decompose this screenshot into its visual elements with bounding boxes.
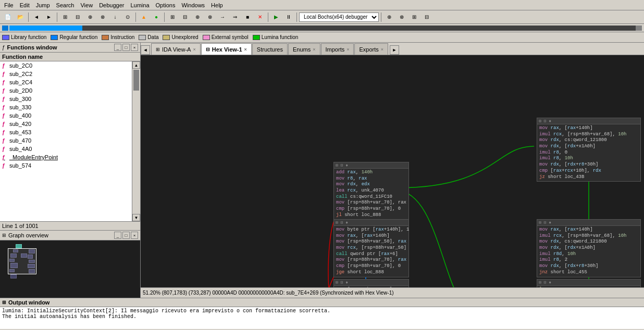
tab-imports-close[interactable]: × xyxy=(346,47,349,52)
code-block-5[interactable]: ⊞ ⊟ ♦ mov rax, [rax+140h] imul rcx, [rsp… xyxy=(537,118,641,182)
menu-bar: File Edit Jump Search View Debugger Lumi… xyxy=(0,0,644,10)
open-btn[interactable]: 📂 xyxy=(15,12,26,22)
graph-canvas[interactable] xyxy=(0,240,140,298)
tab-ida-close[interactable]: × xyxy=(193,47,195,52)
btn21[interactable]: ⊟ xyxy=(421,12,432,22)
tab-structures[interactable]: Structures xyxy=(252,43,288,55)
legend-external: External symbol xyxy=(203,34,249,40)
btn8[interactable]: ⊙ xyxy=(122,12,133,22)
menu-lumina[interactable]: Lumina xyxy=(127,1,152,9)
func-item[interactable]: ƒsub_2C2 xyxy=(0,70,132,78)
btn7[interactable]: ↓ xyxy=(109,12,121,22)
menu-edit[interactable]: Edit xyxy=(17,1,33,9)
func-item[interactable]: ƒsub_453 xyxy=(0,128,132,136)
graph-maximize-btn[interactable]: □ xyxy=(122,232,130,239)
stop-btn[interactable]: ✕ xyxy=(254,12,266,22)
code-line: jge short loc_888 xyxy=(336,270,406,276)
tab-hex-view[interactable]: ⊟ Hex View-1 × xyxy=(201,43,252,55)
tab-nav-right[interactable]: ► xyxy=(390,45,399,55)
menu-windows[interactable]: Windows xyxy=(178,1,208,9)
code-block-6[interactable]: ⊞ ⊟ ♦ mov rax, [rax+140h] imul rcx, [rsp… xyxy=(537,219,641,277)
btn16[interactable]: ⇒ xyxy=(229,12,241,22)
btn5[interactable]: ⊕ xyxy=(84,12,96,22)
menu-jump[interactable]: Jump xyxy=(33,1,53,9)
tab-strip: ◄ ⊞ IDA View-A × ⊟ Hex View-1 × Structur… xyxy=(141,43,644,55)
func-item[interactable]: ƒsub_420 xyxy=(0,120,132,128)
legend-regular-label: Regular function xyxy=(59,34,97,40)
panel-close-btn[interactable]: × xyxy=(131,44,138,51)
btn3[interactable]: ⊞ xyxy=(59,12,71,22)
panel-maximize-btn[interactable]: □ xyxy=(122,44,130,51)
func-item[interactable]: ƒsub_400 xyxy=(0,111,132,120)
tab-ida-label: IDA View-A xyxy=(162,46,191,53)
func-item[interactable]: ƒsub_4A0 xyxy=(0,145,132,153)
func-item[interactable]: ƒsub_574 xyxy=(0,161,132,170)
panel-minimize-btn[interactable]: _ xyxy=(114,44,121,51)
debugger-select[interactable]: Local Bochs(x64) debugger xyxy=(299,12,379,22)
ida-content[interactable]: ⊞ ⊟ ♦ add rax, 140h mov r8, rax mov rdx,… xyxy=(141,55,644,287)
btn9[interactable]: ▲ xyxy=(138,12,150,22)
menu-options[interactable]: Options xyxy=(153,1,179,9)
graph-close-btn[interactable]: × xyxy=(131,232,138,239)
code-line: cmp [rsp+88h+var_50], 0 xyxy=(336,287,406,287)
func-item[interactable]: ƒsub_2C4 xyxy=(0,78,132,86)
func-name: sub_2C0 xyxy=(9,62,32,69)
btn19[interactable]: ⊗ xyxy=(396,12,407,22)
btn14[interactable]: ⊗ xyxy=(204,12,216,22)
func-scroll-up-btn[interactable]: ▲ xyxy=(132,61,140,69)
btn6[interactable]: ⊗ xyxy=(97,12,108,22)
btn13[interactable]: ⊕ xyxy=(192,12,203,22)
pause-btn[interactable]: ⏸ xyxy=(283,12,294,22)
tab-nav-left[interactable]: ◄ xyxy=(141,45,150,55)
menu-file[interactable]: File xyxy=(1,1,17,9)
menu-debugger[interactable]: Debugger xyxy=(96,1,127,9)
btn10[interactable]: ● xyxy=(151,12,162,22)
code-block-7[interactable]: ⊞ ⊟ ♦ loc_455: mov rax, cs:qword_121800 … xyxy=(537,279,641,287)
code-block-6-body: mov rax, [rax+140h] imul rcx, [rsp+88h+v… xyxy=(537,226,640,277)
menu-view[interactable]: View xyxy=(77,1,96,9)
tab-enums-close[interactable]: × xyxy=(313,47,315,52)
nav-progress[interactable] xyxy=(9,26,82,31)
menu-help[interactable]: Help xyxy=(208,1,226,9)
line-info: Line 1 of 1001 xyxy=(0,221,140,230)
btn17[interactable]: ■ xyxy=(242,12,253,22)
func-item[interactable]: ƒsub_2D0 xyxy=(0,86,132,95)
tab-ida-view[interactable]: ⊞ IDA View-A × xyxy=(151,43,201,55)
func-item[interactable]: ƒsub_300 xyxy=(0,95,132,103)
btn12[interactable]: ⊟ xyxy=(179,12,191,22)
output-content[interactable]: lumina: InitializeSecurityContext[2]: Il… xyxy=(0,307,644,329)
code-block-1[interactable]: ⊞ ⊟ ♦ add rax, 140h mov r8, rax mov rdx,… xyxy=(333,162,409,220)
func-item[interactable]: ƒsub_2C0 xyxy=(0,61,132,70)
func-scroll-down-btn[interactable]: ▼ xyxy=(132,214,140,221)
code-block-3[interactable]: ⊞ ⊟ ♦ cmp [rsp+88h+var_50], 0 mov rax, c… xyxy=(333,279,409,287)
func-list[interactable]: ƒsub_2C0ƒsub_2C2ƒsub_2C4ƒsub_2D0ƒsub_300… xyxy=(0,61,132,221)
run-btn[interactable]: ▶ xyxy=(270,12,282,22)
forward-btn[interactable]: ► xyxy=(43,12,55,22)
legend-data-label: Data xyxy=(147,34,158,40)
func-scroll-thumb[interactable] xyxy=(133,70,139,91)
func-item[interactable]: ƒsub_330 xyxy=(0,103,132,111)
func-name: sub_300 xyxy=(9,96,31,102)
tab-exports-close[interactable]: × xyxy=(381,47,383,52)
func-item[interactable]: ƒ_ModuleEntryPoint xyxy=(0,153,132,161)
btn15[interactable]: → xyxy=(217,12,228,22)
code-block-2[interactable]: ⊞ ⊟ ♦ mov byte ptr [rax+140h], 1 mov rax… xyxy=(333,219,409,277)
menu-search[interactable]: Search xyxy=(53,1,78,9)
btn18[interactable]: ⊕ xyxy=(383,12,395,22)
btn11[interactable]: ⊞ xyxy=(167,12,178,22)
output-panel: ⊞ Output window lumina: InitializeSecuri… xyxy=(0,298,644,329)
back-btn[interactable]: ◄ xyxy=(31,12,42,22)
btn4[interactable]: ⊟ xyxy=(72,12,83,22)
tab-hex-close[interactable]: × xyxy=(244,47,247,52)
tab-exports[interactable]: Exports × xyxy=(354,43,388,55)
func-scrollbar[interactable]: ▲ ▼ xyxy=(132,61,140,221)
func-item[interactable]: ƒsub_470 xyxy=(0,136,132,145)
code-line: mov rdx, [rdx+r8+30h] xyxy=(539,263,638,270)
new-btn[interactable]: 📄 xyxy=(2,12,14,22)
sep7 xyxy=(381,12,381,22)
btn20[interactable]: ⊞ xyxy=(408,12,420,22)
tab-imports[interactable]: Imports × xyxy=(321,43,354,55)
tab-enums[interactable]: Enums × xyxy=(288,43,320,55)
code-line: jz short loc_43B xyxy=(539,174,638,181)
graph-minimize-btn[interactable]: _ xyxy=(114,232,121,239)
